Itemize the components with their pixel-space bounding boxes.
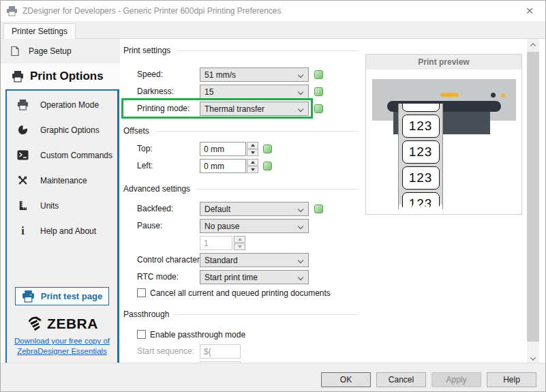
section-advanced-settings: Advanced settings [123, 184, 359, 194]
sidebar-item-graphic-options[interactable]: Graphic Options [7, 117, 117, 142]
offset-left-driver-indicator [263, 162, 272, 170]
close-icon[interactable]: × [522, 3, 537, 18]
backfeed-driver-indicator [314, 205, 323, 213]
enable-passthrough-checkbox[interactable] [137, 330, 146, 339]
enable-passthrough-label: Enable passthrough mode [150, 330, 245, 340]
sidebar-item-page-setup[interactable]: Page Setup [1, 39, 120, 63]
stepper-up-icon[interactable] [234, 236, 245, 243]
settings-content: Print settings Speed: 51 mm/s Darkness: … [120, 39, 365, 364]
printing-mode-label: Printing mode: [137, 102, 189, 116]
chevron-down-icon [298, 72, 303, 78]
label-strip: 123 123 123 123 [398, 104, 443, 209]
chevron-down-icon [298, 275, 303, 280]
sidebar-item-help-and-about[interactable]: i Help and About [7, 218, 117, 243]
printer-icon [22, 290, 35, 303]
offset-left-field[interactable] [200, 159, 246, 173]
sidebar-item-print-options[interactable]: Print Options [1, 63, 120, 89]
cancel-button[interactable]: Cancel [376, 372, 426, 387]
scroll-up-icon[interactable] [527, 39, 539, 50]
scrollbar-thumb[interactable] [527, 52, 539, 342]
control-characters-label: Control characters: [137, 253, 206, 267]
backfeed-label: Backfeed: [137, 202, 173, 216]
rtc-mode-label: RTC mode: [137, 270, 179, 284]
enable-passthrough-row: Enable passthrough mode [137, 329, 245, 340]
rtc-mode-row: RTC mode: Start print time [120, 270, 365, 284]
cancel-documents-label: Cancel all current and queued printing d… [150, 288, 331, 298]
pause-count-field[interactable] [200, 236, 232, 250]
offset-top-label: Top: [137, 142, 153, 156]
sidebar-item-custom-commands[interactable]: Custom Commands [7, 142, 117, 168]
stepper-up-icon[interactable] [247, 159, 258, 166]
printing-mode-row: Printing mode: Thermal transfer [120, 102, 365, 116]
sidebar-item-units[interactable]: Units [7, 193, 117, 218]
printer-icon [6, 6, 18, 16]
dialog-body: Page Setup Print Options Operation Mode [1, 39, 545, 364]
stepper-down-icon[interactable] [234, 243, 245, 250]
pause-row: Pause: No pause [120, 219, 365, 233]
printer-icon [16, 99, 29, 111]
apply-button[interactable]: Apply [431, 372, 481, 387]
printer-illustration-yellow-bar [440, 93, 459, 97]
offset-top-field[interactable] [200, 142, 246, 156]
print-test-page-button[interactable]: Print test page [15, 287, 109, 305]
sidebar-item-maintenance[interactable]: Maintenance [7, 168, 117, 193]
start-sequence-field[interactable] [200, 344, 241, 359]
pause-dropdown[interactable]: No pause [200, 219, 309, 233]
label: 123 [402, 115, 440, 138]
footer-button-bar: OK Cancel Apply Help [1, 363, 545, 391]
offset-left-label: Left: [137, 159, 153, 173]
offset-left-row: Left: [120, 159, 365, 173]
offset-top-row: Top: [120, 142, 365, 156]
chevron-down-icon [298, 258, 303, 263]
sidebar-item-operation-mode[interactable]: Operation Mode [7, 92, 117, 117]
control-characters-dropdown[interactable]: Standard [200, 253, 309, 267]
rtc-mode-dropdown[interactable]: Start print time [200, 270, 309, 284]
tab-printer-settings[interactable]: Printer Settings [3, 23, 76, 39]
label-partial [402, 104, 440, 112]
stepper-down-icon[interactable] [247, 166, 258, 173]
darkness-driver-indicator [314, 87, 323, 96]
offset-top-stepper [247, 142, 258, 156]
tab-strip: Printer Settings [1, 21, 545, 39]
pause-count-stepper [234, 236, 245, 250]
speed-dropdown[interactable]: 51 mm/s [200, 67, 309, 82]
label: 123 [402, 166, 440, 190]
terminal-icon [16, 149, 29, 162]
backfeed-dropdown[interactable]: Default [200, 202, 309, 216]
section-offsets: Offsets [123, 126, 359, 136]
help-button[interactable]: Help [487, 372, 536, 387]
start-sequence-label: Start sequence: [137, 344, 194, 359]
printing-mode-dropdown[interactable]: Thermal transfer [200, 102, 309, 116]
sidebar: Page Setup Print Options Operation Mode [1, 39, 120, 364]
title-bar: ZDesigner for Developers - Generic Print… [1, 1, 545, 21]
darkness-row: Darkness: 15 [120, 85, 365, 99]
zebra-logo: ZEBRA [7, 315, 117, 332]
stepper-up-icon[interactable] [247, 142, 258, 149]
speed-label: Speed: [137, 67, 163, 82]
window-title: ZDesigner for Developers - Generic Print… [22, 6, 282, 16]
stepper-down-icon[interactable] [247, 149, 258, 156]
zebra-brand-text: ZEBRA [47, 316, 98, 332]
printing-mode-driver-indicator [314, 104, 323, 113]
printer-icon [12, 70, 24, 82]
printer-led-dark [491, 93, 496, 97]
page-icon [10, 46, 20, 57]
start-sequence-row: Start sequence: [120, 344, 365, 359]
ok-button[interactable]: OK [321, 372, 371, 387]
cancel-documents-checkbox[interactable] [137, 288, 146, 297]
pause-label: Pause: [137, 219, 162, 233]
section-print-settings: Print settings [123, 46, 359, 55]
sidebar-item-label: Print Options [30, 70, 104, 83]
chevron-down-icon [298, 224, 303, 229]
zebra-head-icon [26, 315, 44, 332]
label: 123 [402, 140, 440, 164]
darkness-dropdown[interactable]: 15 [200, 85, 309, 99]
download-essentials-link[interactable]: Download your free copy of ZebraDesigner… [7, 336, 117, 357]
vertical-scrollbar[interactable] [527, 39, 539, 364]
printer-led-yellow [501, 93, 505, 97]
ruler-icon [16, 200, 29, 212]
printing-preferences-dialog: ZDesigner for Developers - Generic Print… [0, 0, 546, 392]
sidebar-item-label: Page Setup [29, 46, 72, 56]
speed-row: Speed: 51 mm/s [120, 67, 365, 82]
section-passthrough: Passthrough [123, 310, 359, 319]
